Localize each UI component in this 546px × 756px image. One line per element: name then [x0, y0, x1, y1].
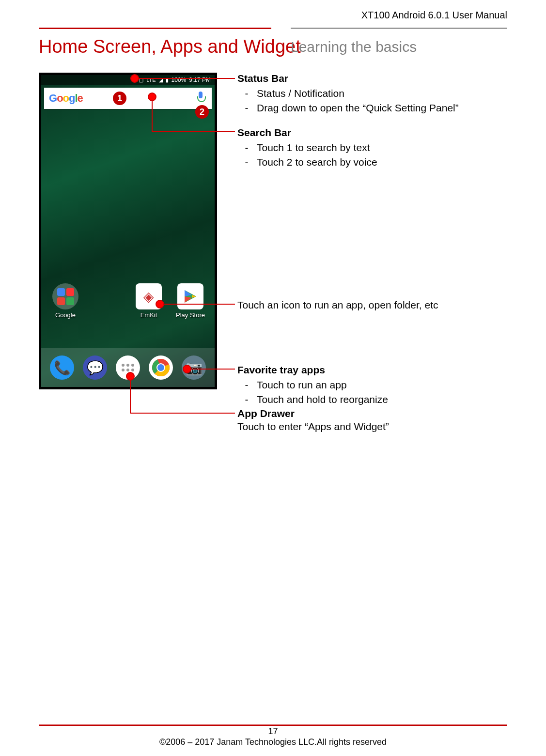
- app-label-emkit: EmKit: [140, 311, 157, 319]
- status-bar[interactable]: ▢ LTE ◢ ▮ 100% 9:17 PM: [41, 75, 215, 85]
- callout-badge-2: 2: [195, 105, 209, 119]
- app-emkit[interactable]: ◈ EmKit: [131, 283, 166, 319]
- drawer-icon: [122, 364, 134, 371]
- callout-item: Status / Notification: [257, 87, 459, 100]
- phone-screenshot: ▢ LTE ◢ ▮ 100% 9:17 PM Google 1 2 Google: [39, 73, 217, 389]
- header-rule-red: [39, 28, 271, 29]
- chrome-icon: [149, 355, 173, 380]
- callout-item: Touch to run an app: [257, 378, 388, 391]
- google-logo-icon: Google: [44, 92, 83, 105]
- fav-chrome[interactable]: [149, 355, 173, 380]
- callout-item: Drag down to open the “Quick Setting Pan…: [257, 101, 459, 114]
- callout-fav-tray: Favorite tray apps Touch to run an app T…: [237, 363, 388, 407]
- doc-header-title: XT100 Android 6.0.1 User Manual: [361, 10, 507, 21]
- callout-item: Touch 1 to search by text: [257, 141, 377, 154]
- favorite-tray: 📞 💬 📷: [41, 348, 215, 387]
- fav-phone[interactable]: 📞: [50, 355, 74, 380]
- callout-app-drawer: App Drawer Touch to enter “Apps and Widg…: [237, 407, 389, 433]
- battery-icon: ▮: [166, 77, 169, 83]
- fav-messages[interactable]: 💬: [83, 355, 107, 380]
- app-play-store[interactable]: Play Store: [173, 283, 208, 319]
- lte-icon: LTE: [146, 77, 156, 83]
- callout-item: Touch 2 to search by voice: [257, 155, 377, 169]
- footer-rule: [39, 725, 507, 726]
- app-drawer-button[interactable]: [116, 355, 140, 380]
- app-label-play: Play Store: [176, 311, 205, 319]
- battery-percent: 100%: [172, 77, 187, 83]
- emkit-icon: ◈: [136, 283, 162, 309]
- page-number: 17: [0, 726, 546, 737]
- folder-icon: [52, 283, 78, 309]
- callout-search-bar: Search Bar Touch 1 to search by text Tou…: [237, 126, 377, 170]
- play-store-icon: [177, 283, 203, 309]
- header-rule-grey: [291, 28, 507, 29]
- page-subtitle: Learning the basics: [291, 39, 417, 55]
- page-title: Home Screen, Apps and Widget: [39, 36, 301, 57]
- signal-icon: ◢: [159, 77, 163, 83]
- app-label-google: Google: [55, 311, 76, 319]
- callout-app-icon: Touch an icon to run an app, open folder…: [237, 298, 438, 311]
- copyright: ©2006 – 2017 Janam Technologies LLC.All …: [0, 737, 546, 747]
- nfc-icon: ▢: [139, 77, 143, 83]
- google-search-bar[interactable]: Google: [44, 88, 212, 109]
- clock: 9:17 PM: [189, 77, 211, 83]
- callout-badge-1: 1: [113, 92, 126, 105]
- folder-google[interactable]: Google: [48, 283, 83, 319]
- callout-item: Touch and hold to reorganize: [257, 393, 388, 406]
- mic-icon[interactable]: [196, 92, 205, 105]
- fav-camera[interactable]: 📷: [182, 355, 206, 380]
- svg-point-8: [157, 364, 164, 371]
- callout-status-bar: Status Bar Status / Notification Drag do…: [237, 72, 459, 115]
